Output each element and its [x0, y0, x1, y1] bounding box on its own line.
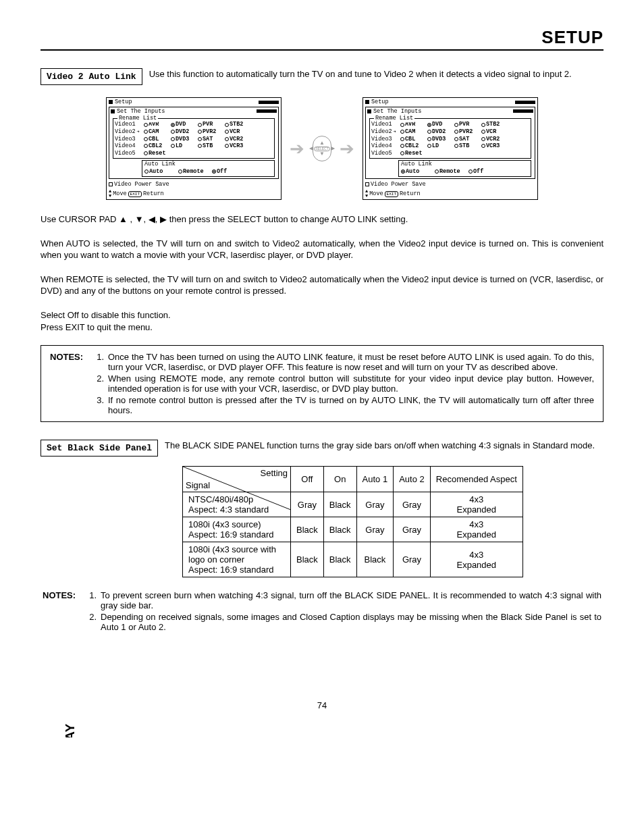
table-col-auto1: Auto 1 [356, 467, 394, 492]
table-row: 1080i (4x3 source) Aspect: 16:9 standard… [183, 517, 523, 542]
remote-dpad-icon: ▲ ◀SELECT▶ ▼ [313, 136, 331, 161]
page-title: SETUP [541, 27, 603, 47]
notes-box-1: NOTES: 1. Once the TV has been turned on… [41, 345, 603, 422]
notes-box-2: NOTES: 1. To prevent screen burn when wa… [41, 590, 603, 633]
table-col-on: On [323, 467, 356, 492]
note-text: When using REMOTE mode, any remote contr… [106, 373, 596, 394]
table-col-auto2: Auto 2 [394, 467, 431, 492]
table-col-off: Off [291, 467, 324, 492]
notes-label: NOTES: [48, 351, 94, 373]
side-panel-table: Setting Signal Off On Auto 1 Auto 2 Reco… [182, 466, 523, 577]
body-para-1: Use CURSOR PAD ▲ , ▼, ◀, ▶ then press th… [41, 213, 603, 226]
section1-intro: Use this function to automatically turn … [149, 68, 603, 80]
table-corner-header: Setting Signal [183, 467, 291, 492]
page-header-bar: SETUP [41, 27, 603, 51]
note-text: To prevent screen burn when watching 4:3… [99, 590, 603, 611]
page-number: 74 [41, 700, 603, 710]
osd-screen-right: Setup Set The Inputs Rename List Video1 … [363, 97, 538, 200]
note-text: If no remote control button is pressed a… [106, 394, 596, 416]
note-text: Once the TV has been turned on using the… [106, 351, 596, 373]
body-para-2: When AUTO is selected, the TV will turn … [41, 238, 603, 261]
arrow-right-icon: ➔ [340, 138, 354, 159]
table-row: 1080i (4x3 source with logo on corner As… [183, 542, 523, 577]
note-number: 1. [94, 351, 106, 373]
arrow-right-icon: ➔ [290, 138, 304, 159]
note-text: Depending on received signals, some imag… [99, 611, 603, 633]
notes-label: NOTES: [41, 590, 86, 611]
section-label-set-black-side-panel: Set Black Side Panel [41, 440, 158, 457]
side-tab-label: ON-SCREEN DISPLAY [63, 723, 78, 737]
osd-screen-left: Setup Set The Inputs Rename List Video1 … [106, 97, 281, 200]
body-para-3: When REMOTE is selected, the TV will tur… [41, 273, 603, 297]
body-para-4: Select Off to disable this function. Pre… [41, 309, 603, 333]
section-label-video2-auto-link: Video 2 Auto Link [41, 68, 142, 85]
osd-diagram-row: Setup Set The Inputs Rename List Video1 … [41, 97, 603, 200]
table-col-recommended: Recomended Aspect [430, 467, 522, 492]
section2-intro: The BLACK SIDE PANEL function turns the … [165, 440, 603, 452]
